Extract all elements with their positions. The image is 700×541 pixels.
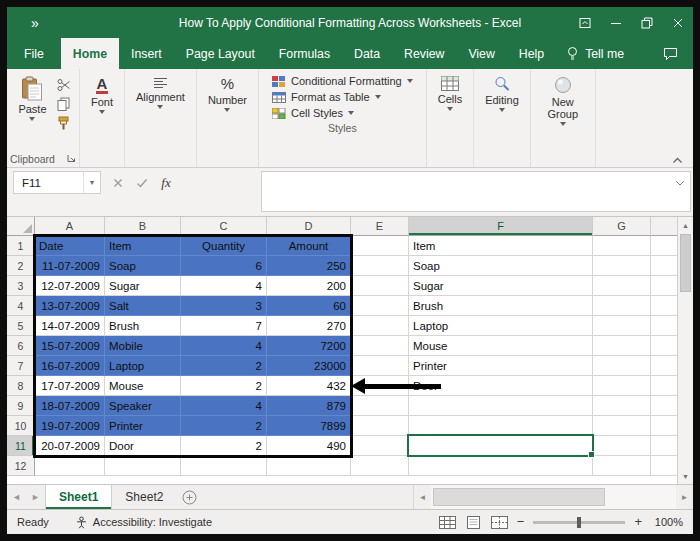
- cell-D9[interactable]: 879: [267, 396, 351, 416]
- page-break-preview-button[interactable]: [491, 516, 508, 529]
- format-as-table-button[interactable]: Format as Table: [272, 91, 381, 103]
- zoom-out-button[interactable]: −: [517, 517, 525, 527]
- restore-button[interactable]: [631, 7, 662, 38]
- cell[interactable]: [593, 416, 651, 436]
- scroll-up-button[interactable]: ▲: [678, 217, 693, 233]
- row-header-9[interactable]: 9: [7, 396, 35, 416]
- cell[interactable]: [593, 396, 651, 416]
- cell-C2[interactable]: 6: [181, 256, 267, 276]
- cell[interactable]: [105, 456, 181, 476]
- cell-C10[interactable]: 2: [181, 416, 267, 436]
- row-header-11[interactable]: 11: [7, 436, 35, 456]
- cell-C3[interactable]: 4: [181, 276, 267, 296]
- cell-D10[interactable]: 7899: [267, 416, 351, 436]
- cell-B5[interactable]: Brush: [105, 316, 181, 336]
- cell-C5[interactable]: 7: [181, 316, 267, 336]
- row-header-10[interactable]: 10: [7, 416, 35, 436]
- cell[interactable]: [593, 316, 651, 336]
- cell[interactable]: [593, 356, 651, 376]
- formula-input[interactable]: [261, 171, 691, 212]
- cell-B9[interactable]: Speaker: [105, 396, 181, 416]
- tab-page-layout[interactable]: Page Layout: [174, 38, 267, 69]
- copy-button[interactable]: [57, 97, 71, 111]
- cell[interactable]: [593, 456, 651, 476]
- cell-D4[interactable]: 60: [267, 296, 351, 316]
- column-header-F[interactable]: F: [409, 217, 593, 236]
- format-painter-button[interactable]: [57, 116, 71, 130]
- row-header-3[interactable]: 3: [7, 276, 35, 296]
- column-header-E[interactable]: E: [351, 217, 409, 236]
- cell-C1[interactable]: Quantity: [181, 236, 267, 256]
- cell-F11[interactable]: [409, 436, 593, 456]
- scroll-down-button[interactable]: ▼: [678, 468, 693, 484]
- column-header-G[interactable]: G: [593, 217, 651, 236]
- cut-button[interactable]: [57, 78, 71, 92]
- row-header-12[interactable]: 12: [7, 456, 35, 476]
- horizontal-scroll-thumb[interactable]: [433, 488, 605, 506]
- row-header-4[interactable]: 4: [7, 296, 35, 316]
- zoom-slider-thumb[interactable]: [577, 517, 581, 528]
- zoom-level-label[interactable]: 100%: [651, 516, 683, 528]
- row-header-2[interactable]: 2: [7, 256, 35, 276]
- cell-C6[interactable]: 4: [181, 336, 267, 356]
- ribbon-display-options-button[interactable]: [569, 7, 600, 38]
- cell-C11[interactable]: 2: [181, 436, 267, 456]
- enter-button[interactable]: [131, 171, 153, 194]
- zoom-in-button[interactable]: +: [634, 517, 642, 527]
- cancel-button[interactable]: [107, 171, 129, 194]
- sheet-tab-sheet1[interactable]: Sheet1: [45, 485, 112, 509]
- cell-F5[interactable]: Laptop: [409, 316, 593, 336]
- cell-B3[interactable]: Sugar: [105, 276, 181, 296]
- sheet-nav-left-button[interactable]: ◄: [7, 485, 26, 509]
- cell[interactable]: [409, 416, 593, 436]
- insert-function-button[interactable]: fx: [155, 171, 177, 194]
- scroll-right-button[interactable]: ►: [676, 485, 693, 509]
- tab-file[interactable]: File: [7, 38, 61, 69]
- name-box-dropdown-icon[interactable]: ▾: [83, 172, 100, 193]
- row-header-5[interactable]: 5: [7, 316, 35, 336]
- cells-button[interactable]: Cells: [430, 73, 470, 114]
- alignment-button[interactable]: Alignment: [128, 73, 193, 112]
- cell-F2[interactable]: Soap: [409, 256, 593, 276]
- cell-B1[interactable]: Item: [105, 236, 181, 256]
- tab-review[interactable]: Review: [392, 38, 456, 69]
- cell[interactable]: [351, 336, 409, 356]
- comments-button[interactable]: [648, 38, 693, 69]
- column-header-C[interactable]: C: [181, 217, 267, 236]
- cell[interactable]: [351, 416, 409, 436]
- cell-D1[interactable]: Amount: [267, 236, 351, 256]
- expand-formula-bar-icon[interactable]: [675, 180, 685, 186]
- cell[interactable]: [593, 256, 651, 276]
- cell[interactable]: [351, 236, 409, 256]
- cell-B10[interactable]: Printer: [105, 416, 181, 436]
- vertical-scrollbar[interactable]: ▲ ▼: [677, 217, 693, 484]
- cell[interactable]: [593, 376, 651, 396]
- cell[interactable]: [351, 276, 409, 296]
- cell[interactable]: [593, 296, 651, 316]
- accessibility-checker-button[interactable]: Accessibility: Investigate: [75, 516, 212, 529]
- cell-D5[interactable]: 270: [267, 316, 351, 336]
- font-button[interactable]: A Font: [83, 73, 121, 117]
- cell-A6[interactable]: 15-07-2009: [35, 336, 105, 356]
- paste-button[interactable]: Paste: [10, 73, 54, 124]
- cell-D6[interactable]: 7200: [267, 336, 351, 356]
- cell[interactable]: [351, 456, 409, 476]
- tab-formulas[interactable]: Formulas: [267, 38, 342, 69]
- cell-A3[interactable]: 12-07-2009: [35, 276, 105, 296]
- tell-me-button[interactable]: Tell me: [556, 38, 634, 69]
- row-header-7[interactable]: 7: [7, 356, 35, 376]
- cell[interactable]: [593, 436, 651, 456]
- cell-C8[interactable]: 2: [181, 376, 267, 396]
- cell-A4[interactable]: 13-07-2009: [35, 296, 105, 316]
- cell-B8[interactable]: Mouse: [105, 376, 181, 396]
- cell-B7[interactable]: Laptop: [105, 356, 181, 376]
- cell[interactable]: [351, 316, 409, 336]
- tab-insert[interactable]: Insert: [119, 38, 174, 69]
- minimize-button[interactable]: [600, 7, 631, 38]
- new-sheet-button[interactable]: [176, 485, 203, 509]
- close-button[interactable]: [662, 7, 693, 38]
- cell-F4[interactable]: Brush: [409, 296, 593, 316]
- cell-B6[interactable]: Mobile: [105, 336, 181, 356]
- cell[interactable]: [351, 296, 409, 316]
- cell-C7[interactable]: 2: [181, 356, 267, 376]
